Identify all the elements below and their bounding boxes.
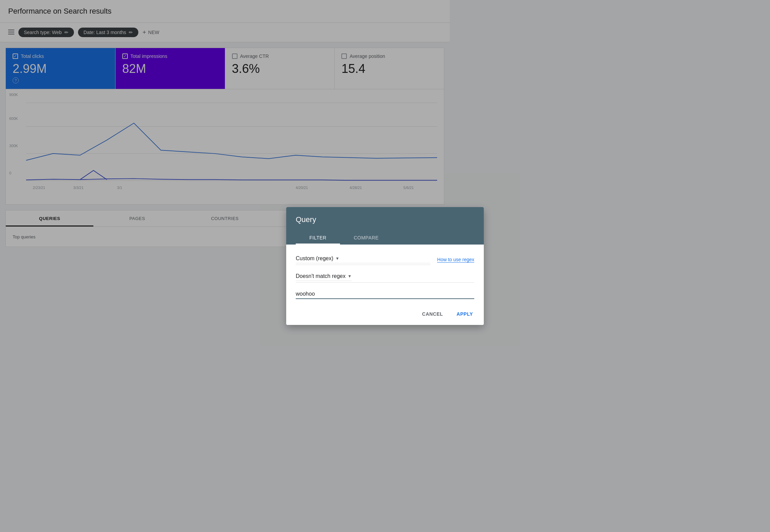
dialog-actions: CANCEL APPLY	[286, 306, 450, 317]
query-dialog: Query FILTER COMPARE Custom (regex) ▼ Ho…	[286, 207, 450, 317]
dialog-body: Custom (regex) ▼ How to use regex Doesn'…	[286, 245, 450, 306]
filter-type-value: Custom (regex)	[296, 255, 333, 262]
value-input-row	[296, 291, 450, 299]
filter-type-divider	[296, 265, 430, 265]
value-input[interactable]	[296, 291, 450, 297]
dialog-tab-compare[interactable]: COMPARE	[340, 231, 392, 245]
filter-type-container: Custom (regex) ▼	[296, 254, 430, 265]
condition-value: Doesn't match regex	[296, 273, 345, 279]
filter-type-arrow-icon: ▼	[335, 256, 339, 261]
condition-select[interactable]: Doesn't match regex ▼	[296, 273, 352, 281]
regex-help-link[interactable]: How to use regex	[437, 257, 450, 263]
condition-arrow-icon: ▼	[348, 274, 352, 279]
dialog-header: Query FILTER COMPARE	[286, 207, 450, 245]
filter-type-row: Custom (regex) ▼ How to use regex	[296, 254, 450, 265]
filter-type-select[interactable]: Custom (regex) ▼	[296, 254, 430, 263]
condition-row: Doesn't match regex ▼	[296, 273, 450, 283]
dialog-tabs: FILTER COMPARE	[296, 231, 450, 245]
cancel-button[interactable]: CANCEL	[417, 309, 448, 317]
condition-divider	[296, 282, 450, 283]
modal-overlay[interactable]: Query FILTER COMPARE Custom (regex) ▼ Ho…	[0, 0, 450, 317]
dialog-title: Query	[296, 215, 450, 224]
dialog-tab-filter[interactable]: FILTER	[296, 231, 340, 245]
